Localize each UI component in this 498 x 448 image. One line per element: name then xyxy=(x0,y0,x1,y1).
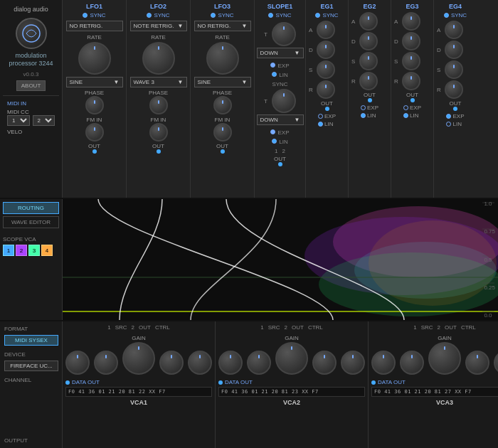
midi-cc-select[interactable]: 12 xyxy=(7,115,30,126)
vca1-knob4[interactable] xyxy=(188,351,212,375)
lfo1-sync-radio[interactable] xyxy=(83,13,88,18)
vca1-knob1[interactable] xyxy=(65,351,90,375)
routing-button[interactable]: ROUTING xyxy=(3,202,59,214)
lfo2-retrig-dropdown[interactable]: NOTE RETRIG. ▼ xyxy=(130,21,187,31)
eg4-lin-radio[interactable] xyxy=(446,122,451,127)
vca2-data-out-label: DATA OUT xyxy=(225,379,253,385)
format-section: FORMAT MIDI SYSEX DEVICE FIREFACE UC... … xyxy=(0,321,63,448)
lfo1-sync-row: SYNC xyxy=(83,12,105,18)
eg2-a-knob[interactable] xyxy=(359,12,378,31)
vca1-knob3[interactable] xyxy=(159,351,184,375)
slope1-t2-knob[interactable] xyxy=(272,89,296,113)
eg4-s-knob[interactable] xyxy=(445,60,463,79)
lfo3-sync-radio[interactable] xyxy=(211,13,216,18)
eg3-r-knob[interactable] xyxy=(402,72,420,90)
lfo3-rate-knob[interactable] xyxy=(206,42,239,75)
eg1-d-item: D xyxy=(309,41,345,59)
slope1-sync-row: SYNC xyxy=(268,12,291,18)
vca2-knob4[interactable] xyxy=(341,351,365,375)
slope1-seg1-dropdown[interactable]: DOWN ▼ xyxy=(257,48,304,58)
eg2-r-knob[interactable] xyxy=(359,72,378,90)
eg4-a-knob[interactable] xyxy=(445,21,463,39)
velo-section: VELO xyxy=(7,129,55,135)
lfo2-sync-radio[interactable] xyxy=(147,13,152,18)
vca3-h1: 1 xyxy=(413,324,416,331)
eg1-d-knob[interactable] xyxy=(317,41,335,59)
lfo3-phase-knob[interactable] xyxy=(213,96,232,114)
eg3-s-knob[interactable] xyxy=(402,52,420,70)
eg1-r-label: R xyxy=(309,87,314,93)
lfo2-rate-knob[interactable] xyxy=(142,42,175,75)
eg1-lin-radio[interactable] xyxy=(318,122,323,127)
scope-btn-2[interactable]: 2 xyxy=(16,245,27,256)
lfo2-wave-arrow: ▼ xyxy=(178,79,184,85)
slope1-seg2-dropdown[interactable]: DOWN ▼ xyxy=(257,114,304,125)
eg1-a-knob[interactable] xyxy=(317,21,335,39)
wave-editor-button[interactable]: WAVE EDITOR xyxy=(3,216,59,228)
eg1-s-knob[interactable] xyxy=(317,60,335,79)
eg1-a-label: A xyxy=(309,27,314,33)
eg2-lin-radio[interactable] xyxy=(361,113,366,118)
slope1-lin-label: LIN xyxy=(279,72,287,78)
slope1-lin-radio[interactable] xyxy=(272,72,277,77)
vca3-knob4[interactable] xyxy=(494,351,498,375)
eg2-exp-radio[interactable] xyxy=(361,105,366,110)
format-select[interactable]: MIDI SYSEX xyxy=(4,335,58,346)
lfo1-retrig-dropdown[interactable]: NO RETRIG. xyxy=(66,21,123,31)
slope1-sync-radio[interactable] xyxy=(268,13,273,18)
vca1-knob2[interactable] xyxy=(94,351,118,375)
lfo2-fm-knob[interactable] xyxy=(149,123,168,142)
slope1-lin2-radio[interactable] xyxy=(272,139,277,144)
lfo2-phase-knob[interactable] xyxy=(149,96,168,114)
lfo2-out-indicator xyxy=(157,149,161,154)
lfo3-wave-dropdown[interactable]: SINE ▼ xyxy=(194,77,251,87)
vca2-gain-knob[interactable] xyxy=(275,342,308,375)
lfo2-wave-dropdown[interactable]: WAVE 3 ▼ xyxy=(130,77,187,87)
eg3-exp-radio[interactable] xyxy=(403,105,408,110)
eg2-d-knob[interactable] xyxy=(359,32,378,50)
scope-btn-4[interactable]: 4 xyxy=(41,245,53,256)
lfo1-phase-knob[interactable] xyxy=(85,96,104,114)
lfo3-fm-knob[interactable] xyxy=(213,123,232,142)
eg4-r-knob[interactable] xyxy=(445,80,463,99)
vca1-knob4-group xyxy=(188,351,212,375)
eg1-exp-radio[interactable] xyxy=(318,114,323,119)
lfo1-rate-knob[interactable] xyxy=(78,42,111,75)
vca3-knob3[interactable] xyxy=(465,351,489,375)
eg4-sync-radio[interactable] xyxy=(444,13,449,18)
eg2-s-label: S xyxy=(351,58,357,65)
lfo1-fm-knob[interactable] xyxy=(85,123,104,142)
vca3-knob2[interactable] xyxy=(400,351,424,375)
vca2-gain-group: GAIN xyxy=(275,334,308,375)
midi-ch-select[interactable]: 21 xyxy=(33,115,55,126)
eg4-exp-radio[interactable] xyxy=(446,114,451,119)
vca3-gain-knob[interactable] xyxy=(428,342,461,375)
device-select[interactable]: FIREFACE UC... xyxy=(4,361,58,371)
slope1-seg2-text: DOWN xyxy=(260,117,278,123)
eg1-r-knob[interactable] xyxy=(317,80,335,99)
eg1-sync-radio[interactable] xyxy=(315,13,320,18)
slope1-exp-radio[interactable] xyxy=(270,63,275,68)
scope-btn-3[interactable]: 3 xyxy=(28,245,40,256)
eg3-d-label: D xyxy=(394,38,400,45)
eg3-a-knob[interactable] xyxy=(402,12,420,31)
eg3-d-knob[interactable] xyxy=(402,32,420,50)
vca1-gain-knob[interactable] xyxy=(122,342,155,375)
eg3-lin-radio[interactable] xyxy=(403,113,408,118)
vca2-knob1[interactable] xyxy=(218,351,243,375)
vca3-knobs: GAIN xyxy=(371,334,498,375)
vca2-knob3[interactable] xyxy=(312,351,337,375)
slope1-header: SLOPE1 xyxy=(267,3,293,10)
vca3-knob1[interactable] xyxy=(371,351,396,375)
scope-btn-1[interactable]: 1 xyxy=(3,245,14,256)
eg4-d-knob[interactable] xyxy=(445,41,463,59)
lfo3-retrig-dropdown[interactable]: NO RETRIG. ▼ xyxy=(194,21,251,31)
lfo1-wave-dropdown[interactable]: SINE ▼ xyxy=(66,77,123,87)
slope1-exp2-radio[interactable] xyxy=(270,129,275,134)
eg2-s-knob[interactable] xyxy=(359,52,378,70)
midi-cc-label: MIDI CC xyxy=(7,109,29,115)
slope1-t-knob[interactable] xyxy=(272,22,296,46)
about-button[interactable]: ABOUT xyxy=(16,80,46,91)
vca2-knob2[interactable] xyxy=(247,351,271,375)
eg4-s-label: S xyxy=(437,67,443,73)
